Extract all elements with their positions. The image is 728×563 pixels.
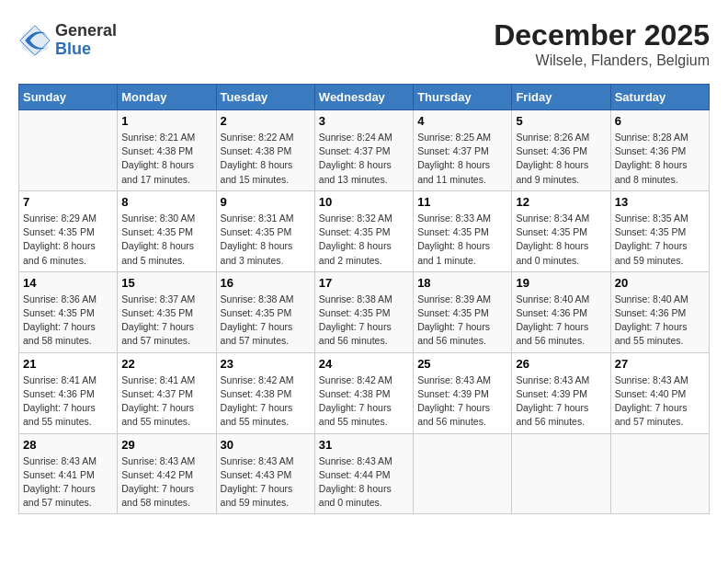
logo-general: General xyxy=(55,22,117,40)
day-number: 4 xyxy=(417,114,507,128)
calendar-cell xyxy=(414,433,512,514)
day-info: Sunrise: 8:33 AM Sunset: 4:35 PM Dayligh… xyxy=(417,212,507,268)
calendar-week-5: 28Sunrise: 8:43 AM Sunset: 4:41 PM Dayli… xyxy=(19,433,710,514)
day-info: Sunrise: 8:29 AM Sunset: 4:35 PM Dayligh… xyxy=(23,212,113,268)
calendar-cell: 28Sunrise: 8:43 AM Sunset: 4:41 PM Dayli… xyxy=(19,433,118,514)
title-area: December 2025 Wilsele, Flanders, Belgium xyxy=(494,18,710,69)
header-monday: Monday xyxy=(118,85,216,110)
calendar-cell: 26Sunrise: 8:43 AM Sunset: 4:39 PM Dayli… xyxy=(512,352,610,433)
day-info: Sunrise: 8:42 AM Sunset: 4:38 PM Dayligh… xyxy=(221,373,311,430)
day-number: 28 xyxy=(23,438,113,452)
day-number: 25 xyxy=(417,357,507,371)
day-number: 27 xyxy=(615,357,705,371)
day-number: 30 xyxy=(221,438,311,452)
calendar-cell: 14Sunrise: 8:36 AM Sunset: 4:35 PM Dayli… xyxy=(19,271,118,352)
header-wednesday: Wednesday xyxy=(314,85,413,110)
day-number: 22 xyxy=(121,357,211,371)
header-thursday: Thursday xyxy=(414,85,512,110)
calendar-subtitle: Wilsele, Flanders, Belgium xyxy=(494,52,710,69)
calendar-cell: 13Sunrise: 8:35 AM Sunset: 4:35 PM Dayli… xyxy=(610,190,709,271)
calendar-cell: 12Sunrise: 8:34 AM Sunset: 4:35 PM Dayli… xyxy=(512,190,610,271)
day-info: Sunrise: 8:43 AM Sunset: 4:44 PM Dayligh… xyxy=(319,454,409,511)
day-number: 19 xyxy=(516,276,606,290)
logo-text: General Blue xyxy=(55,22,117,59)
day-info: Sunrise: 8:43 AM Sunset: 4:40 PM Dayligh… xyxy=(615,373,705,430)
calendar-cell: 9Sunrise: 8:31 AM Sunset: 4:35 PM Daylig… xyxy=(216,190,314,271)
logo-icon xyxy=(18,24,51,57)
day-info: Sunrise: 8:41 AM Sunset: 4:36 PM Dayligh… xyxy=(23,373,113,430)
calendar-cell: 18Sunrise: 8:39 AM Sunset: 4:35 PM Dayli… xyxy=(414,271,512,352)
day-info: Sunrise: 8:38 AM Sunset: 4:35 PM Dayligh… xyxy=(221,293,311,349)
calendar-cell: 16Sunrise: 8:38 AM Sunset: 4:35 PM Dayli… xyxy=(216,271,314,352)
day-number: 5 xyxy=(516,114,606,128)
calendar-cell: 15Sunrise: 8:37 AM Sunset: 4:35 PM Dayli… xyxy=(118,271,216,352)
day-number: 12 xyxy=(516,195,606,209)
calendar-cell: 1Sunrise: 8:21 AM Sunset: 4:38 PM Daylig… xyxy=(118,110,216,191)
day-info: Sunrise: 8:36 AM Sunset: 4:35 PM Dayligh… xyxy=(23,293,113,349)
calendar-cell: 29Sunrise: 8:43 AM Sunset: 4:42 PM Dayli… xyxy=(118,433,216,514)
calendar-cell: 11Sunrise: 8:33 AM Sunset: 4:35 PM Dayli… xyxy=(414,190,512,271)
calendar-cell: 17Sunrise: 8:38 AM Sunset: 4:35 PM Dayli… xyxy=(314,271,413,352)
calendar-cell: 5Sunrise: 8:26 AM Sunset: 4:36 PM Daylig… xyxy=(512,110,610,191)
header-saturday: Saturday xyxy=(610,85,709,110)
header: General Blue December 2025 Wilsele, Flan… xyxy=(18,18,710,69)
calendar-week-3: 14Sunrise: 8:36 AM Sunset: 4:35 PM Dayli… xyxy=(19,271,710,352)
day-info: Sunrise: 8:41 AM Sunset: 4:37 PM Dayligh… xyxy=(121,373,211,430)
calendar-cell: 2Sunrise: 8:22 AM Sunset: 4:38 PM Daylig… xyxy=(216,110,314,191)
calendar-title: December 2025 xyxy=(494,18,710,52)
day-info: Sunrise: 8:34 AM Sunset: 4:35 PM Dayligh… xyxy=(516,212,606,268)
day-info: Sunrise: 8:38 AM Sunset: 4:35 PM Dayligh… xyxy=(319,293,409,349)
calendar-table: SundayMondayTuesdayWednesdayThursdayFrid… xyxy=(18,84,710,514)
calendar-cell: 6Sunrise: 8:28 AM Sunset: 4:36 PM Daylig… xyxy=(610,110,709,191)
day-number: 29 xyxy=(121,438,211,452)
day-info: Sunrise: 8:28 AM Sunset: 4:36 PM Dayligh… xyxy=(615,131,705,187)
calendar-cell: 22Sunrise: 8:41 AM Sunset: 4:37 PM Dayli… xyxy=(118,352,216,433)
calendar-cell: 3Sunrise: 8:24 AM Sunset: 4:37 PM Daylig… xyxy=(314,110,413,191)
calendar-cell: 21Sunrise: 8:41 AM Sunset: 4:36 PM Dayli… xyxy=(19,352,118,433)
day-number: 23 xyxy=(221,357,311,371)
day-info: Sunrise: 8:40 AM Sunset: 4:36 PM Dayligh… xyxy=(516,293,606,349)
calendar-cell: 20Sunrise: 8:40 AM Sunset: 4:36 PM Dayli… xyxy=(610,271,709,352)
day-number: 24 xyxy=(319,357,409,371)
day-info: Sunrise: 8:42 AM Sunset: 4:38 PM Dayligh… xyxy=(319,373,409,430)
day-info: Sunrise: 8:43 AM Sunset: 4:42 PM Dayligh… xyxy=(121,454,211,511)
calendar-cell: 30Sunrise: 8:43 AM Sunset: 4:43 PM Dayli… xyxy=(216,433,314,514)
day-info: Sunrise: 8:32 AM Sunset: 4:35 PM Dayligh… xyxy=(319,212,409,268)
day-number: 1 xyxy=(121,114,211,128)
calendar-cell: 4Sunrise: 8:25 AM Sunset: 4:37 PM Daylig… xyxy=(414,110,512,191)
day-number: 26 xyxy=(516,357,606,371)
day-number: 3 xyxy=(319,114,409,128)
day-info: Sunrise: 8:30 AM Sunset: 4:35 PM Dayligh… xyxy=(121,212,211,268)
day-number: 21 xyxy=(23,357,113,371)
day-number: 16 xyxy=(221,276,311,290)
calendar-cell: 7Sunrise: 8:29 AM Sunset: 4:35 PM Daylig… xyxy=(19,190,118,271)
day-info: Sunrise: 8:39 AM Sunset: 4:35 PM Dayligh… xyxy=(417,293,507,349)
calendar-cell: 31Sunrise: 8:43 AM Sunset: 4:44 PM Dayli… xyxy=(314,433,413,514)
day-info: Sunrise: 8:26 AM Sunset: 4:36 PM Dayligh… xyxy=(516,131,606,187)
logo: General Blue xyxy=(18,22,117,59)
day-number: 13 xyxy=(615,195,705,209)
calendar-week-2: 7Sunrise: 8:29 AM Sunset: 4:35 PM Daylig… xyxy=(19,190,710,271)
day-info: Sunrise: 8:35 AM Sunset: 4:35 PM Dayligh… xyxy=(615,212,705,268)
calendar-week-1: 1Sunrise: 8:21 AM Sunset: 4:38 PM Daylig… xyxy=(19,110,710,191)
calendar-cell xyxy=(19,110,118,191)
day-info: Sunrise: 8:43 AM Sunset: 4:41 PM Dayligh… xyxy=(23,454,113,511)
day-info: Sunrise: 8:43 AM Sunset: 4:39 PM Dayligh… xyxy=(516,373,606,430)
calendar-cell: 10Sunrise: 8:32 AM Sunset: 4:35 PM Dayli… xyxy=(314,190,413,271)
day-info: Sunrise: 8:21 AM Sunset: 4:38 PM Dayligh… xyxy=(121,131,211,187)
calendar-cell xyxy=(512,433,610,514)
calendar-header-row: SundayMondayTuesdayWednesdayThursdayFrid… xyxy=(19,85,710,110)
day-info: Sunrise: 8:43 AM Sunset: 4:43 PM Dayligh… xyxy=(221,454,311,511)
calendar-cell: 24Sunrise: 8:42 AM Sunset: 4:38 PM Dayli… xyxy=(314,352,413,433)
day-info: Sunrise: 8:25 AM Sunset: 4:37 PM Dayligh… xyxy=(417,131,507,187)
calendar-cell xyxy=(610,433,709,514)
day-number: 14 xyxy=(23,276,113,290)
day-number: 20 xyxy=(615,276,705,290)
logo-blue: Blue xyxy=(55,40,117,59)
header-friday: Friday xyxy=(512,85,610,110)
calendar-cell: 23Sunrise: 8:42 AM Sunset: 4:38 PM Dayli… xyxy=(216,352,314,433)
day-number: 8 xyxy=(121,195,211,209)
calendar-cell: 27Sunrise: 8:43 AM Sunset: 4:40 PM Dayli… xyxy=(610,352,709,433)
day-number: 17 xyxy=(319,276,409,290)
day-number: 10 xyxy=(319,195,409,209)
